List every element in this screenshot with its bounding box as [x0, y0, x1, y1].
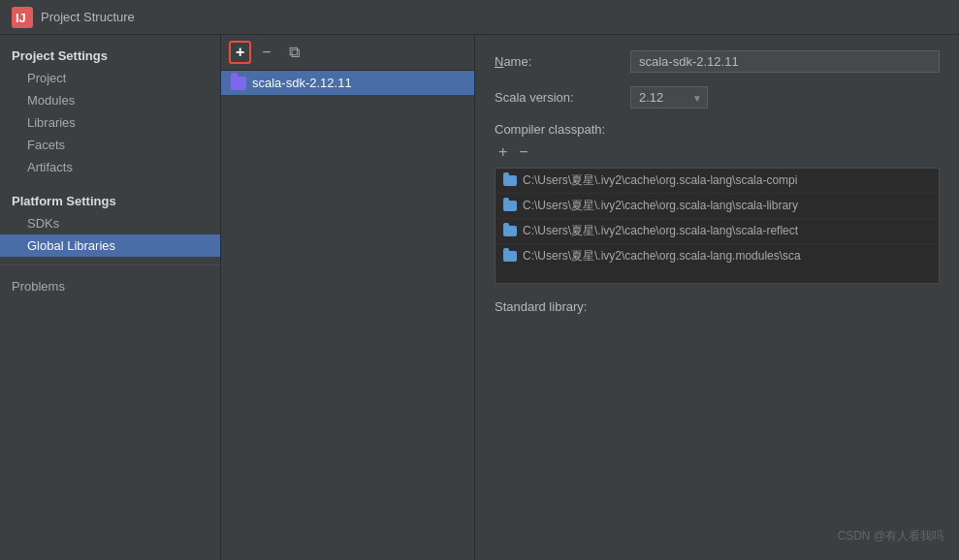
standard-library-row: Standard library: [495, 299, 940, 314]
remove-classpath-button[interactable]: − [515, 144, 531, 160]
compiler-classpath-label: Compiler classpath: [495, 122, 940, 137]
sidebar-item-global-libraries[interactable]: Global Libraries [0, 234, 220, 257]
classpath-list: C:\Users\夏星\.ivy2\cache\org.scala-lang\s… [495, 168, 940, 284]
scala-version-field-row: Scala version: 2.12 2.11 2.13 3.0 ▼ [495, 86, 940, 109]
classpath-item-label: C:\Users\夏星\.ivy2\cache\org.scala-lang\s… [523, 223, 798, 239]
main-container: Project Settings Project Modules Librari… [0, 35, 959, 560]
list-item[interactable]: scala-sdk-2.12.11 [221, 71, 474, 95]
folder-icon [503, 201, 517, 211]
classpath-item[interactable]: C:\Users\夏星\.ivy2\cache\org.scala-lang\s… [495, 169, 939, 194]
right-panel: Name: Scala version: 2.12 2.11 2.13 3.0 … [475, 35, 959, 560]
title-bar: IJ Project Structure [0, 0, 959, 35]
center-toolbar: + − ⧉ [221, 35, 474, 71]
sidebar-divider [0, 264, 220, 265]
name-input[interactable] [630, 50, 940, 73]
svg-text:IJ: IJ [16, 11, 26, 25]
content-area: Project Settings Project Modules Librari… [0, 35, 959, 560]
classpath-item-label: C:\Users\夏星\.ivy2\cache\org.scala-lang\s… [523, 172, 797, 189]
add-classpath-button[interactable]: + [495, 144, 511, 160]
sidebar-item-artifacts[interactable]: Artifacts [0, 156, 220, 178]
sidebar-item-modules[interactable]: Modules [0, 89, 220, 111]
watermark: CSDN @有人看我吗 [837, 528, 943, 544]
folder-icon [503, 251, 517, 262]
copy-sdk-button[interactable]: ⧉ [282, 41, 306, 64]
standard-library-label: Standard library: [495, 299, 630, 314]
classpath-item[interactable]: C:\Users\夏星\.ivy2\cache\org.scala-lang\s… [495, 194, 939, 219]
classpath-item[interactable]: C:\Users\夏星\.ivy2\cache\org.scala-lang\s… [495, 219, 939, 244]
list-item-label: scala-sdk-2.12.11 [252, 76, 352, 90]
add-sdk-button[interactable]: + [229, 41, 251, 64]
classpath-toolbar: + − [495, 144, 940, 160]
classpath-item-label: C:\Users\夏星\.ivy2\cache\org.scala-lang\s… [523, 198, 798, 214]
classpath-item-label: C:\Users\夏星\.ivy2\cache\org.scala-lang.m… [523, 248, 801, 264]
platform-settings-header: Platform Settings [0, 188, 220, 212]
sidebar: Project Settings Project Modules Librari… [0, 35, 221, 560]
scala-version-select-wrapper: 2.12 2.11 2.13 3.0 ▼ [630, 86, 708, 109]
sidebar-item-sdks[interactable]: SDKs [0, 212, 220, 234]
window-title: Project Structure [41, 10, 135, 24]
folder-icon [503, 226, 517, 236]
sidebar-item-project[interactable]: Project [0, 67, 220, 89]
project-settings-header: Project Settings [0, 43, 220, 67]
app-logo: IJ [12, 7, 33, 28]
scala-version-label: Scala version: [495, 90, 630, 105]
name-label: Name: [495, 54, 630, 69]
scala-version-select[interactable]: 2.12 2.11 2.13 3.0 [630, 86, 708, 109]
scala-sdk-icon [231, 77, 246, 90]
folder-icon [503, 175, 517, 186]
name-field-row: Name: [495, 50, 940, 73]
remove-sdk-button[interactable]: − [255, 41, 277, 64]
classpath-item[interactable]: C:\Users\夏星\.ivy2\cache\org.scala-lang.m… [495, 244, 939, 268]
center-panel: + − ⧉ scala-sdk-2.12.11 [221, 35, 475, 560]
sidebar-item-libraries[interactable]: Libraries [0, 111, 220, 134]
sdk-list: scala-sdk-2.12.11 [221, 71, 474, 560]
sidebar-problems[interactable]: Problems [0, 273, 220, 299]
sidebar-item-facets[interactable]: Facets [0, 134, 220, 156]
